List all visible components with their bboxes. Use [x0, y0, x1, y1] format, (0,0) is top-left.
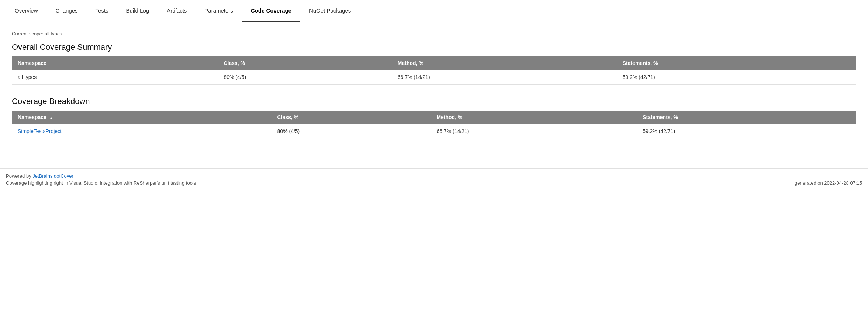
breakdown-statements-cell: 59.2% (42/71) [637, 124, 856, 139]
breakdown-coverage-table: Namespace ▲ Class, % Method, % Statement… [12, 111, 856, 139]
breakdown-namespace-cell: SimpleTestsProject [12, 124, 272, 139]
overall-statements-cell: 59.2% (42/71) [617, 70, 856, 85]
table-row: all types 80% (4/5) 66.7% (14/21) 59.2% … [12, 70, 856, 85]
table-row: SimpleTestsProject 80% (4/5) 66.7% (14/2… [12, 124, 856, 139]
tab-artifacts[interactable]: Artifacts [158, 0, 196, 22]
overall-table-body: all types 80% (4/5) 66.7% (14/21) 59.2% … [12, 70, 856, 85]
main-content: Current scope: all types Overall Coverag… [0, 22, 868, 160]
footer-generated: generated on 2022-04-28 07:15 [795, 180, 862, 186]
breakdown-col-namespace: Namespace ▲ [12, 111, 272, 124]
footer-description: Coverage highlighting right in Visual St… [6, 180, 196, 186]
tab-bar: OverviewChangesTestsBuild LogArtifactsPa… [0, 0, 868, 22]
sort-icon: ▲ [49, 116, 53, 120]
jetbrains-dotcover-link[interactable]: JetBrains dotCover [32, 173, 73, 179]
overall-table-header: Namespace Class, % Method, % Statements,… [12, 56, 856, 70]
breakdown-class-cell: 80% (4/5) [272, 124, 431, 139]
scope-label: Current scope: all types [12, 31, 856, 36]
overall-namespace-cell: all types [12, 70, 218, 85]
tab-build-log[interactable]: Build Log [117, 0, 158, 22]
tab-parameters[interactable]: Parameters [196, 0, 242, 22]
breakdown-table-header: Namespace ▲ Class, % Method, % Statement… [12, 111, 856, 124]
overall-section-title: Overall Coverage Summary [12, 42, 856, 52]
tab-nuget-packages[interactable]: NuGet Packages [300, 0, 360, 22]
tab-overview[interactable]: Overview [6, 0, 47, 22]
namespace-link[interactable]: SimpleTestsProject [18, 128, 62, 134]
overall-col-namespace: Namespace [12, 56, 218, 70]
overall-class-cell: 80% (4/5) [218, 70, 391, 85]
overall-method-cell: 66.7% (14/21) [392, 70, 617, 85]
overall-col-class: Class, % [218, 56, 391, 70]
tab-code-coverage[interactable]: Code Coverage [242, 0, 300, 22]
breakdown-col-class: Class, % [272, 111, 431, 124]
powered-by-prefix: Powered by [6, 173, 32, 179]
breakdown-col-method: Method, % [430, 111, 637, 124]
footer-left: Powered by JetBrains dotCover Coverage h… [6, 173, 196, 186]
overall-coverage-table: Namespace Class, % Method, % Statements,… [12, 56, 856, 85]
tab-changes[interactable]: Changes [47, 0, 87, 22]
breakdown-table-body: SimpleTestsProject 80% (4/5) 66.7% (14/2… [12, 124, 856, 139]
footer: Powered by JetBrains dotCover Coverage h… [0, 168, 868, 190]
breakdown-col-statements: Statements, % [637, 111, 856, 124]
breakdown-section-title: Coverage Breakdown [12, 97, 856, 106]
overall-col-statements: Statements, % [617, 56, 856, 70]
tab-tests[interactable]: Tests [87, 0, 117, 22]
footer-powered-by: Powered by JetBrains dotCover [6, 173, 196, 179]
breakdown-method-cell: 66.7% (14/21) [430, 124, 637, 139]
overall-col-method: Method, % [392, 56, 617, 70]
